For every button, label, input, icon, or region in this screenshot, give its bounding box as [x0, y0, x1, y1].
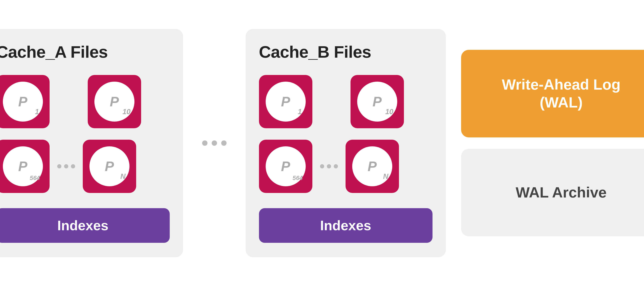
- cache-a-page-10-sub: 10: [122, 108, 130, 116]
- wal-card: Write-Ahead Log(WAL): [461, 50, 644, 138]
- cache-a-page-n-circle: P N: [90, 146, 130, 186]
- cache-b-page-564-sub: 564: [292, 174, 303, 181]
- between-dot-1: [202, 141, 208, 146]
- cache-a-page-1: P 1: [0, 75, 50, 128]
- cache-a-middle-dots: [57, 164, 75, 168]
- between-cards-dots: [202, 141, 226, 146]
- cache-a-title: Cache_A Files: [0, 42, 108, 62]
- cache-a-page-564-label: P: [18, 158, 27, 174]
- cache-b-page-n: P N: [346, 140, 399, 193]
- main-container: Cache_A Files P 1 P 10: [0, 17, 644, 269]
- wal-archive-card: WAL Archive: [461, 149, 644, 236]
- cache-a-page-564: P 564: [0, 140, 50, 193]
- cache-b-page-10-circle: P 10: [357, 82, 397, 122]
- cache-b-middle-dots: [320, 164, 338, 168]
- right-column: Write-Ahead Log(WAL) WAL Archive: [461, 50, 644, 236]
- wal-title: Write-Ahead Log(WAL): [502, 76, 620, 111]
- cache-b-page-n-label: P: [368, 158, 377, 174]
- cache-a-card: Cache_A Files P 1 P 10: [0, 29, 183, 257]
- cache-a-page-564-sub: 564: [30, 174, 40, 181]
- cache-a-pages-grid: P 1 P 10: [0, 75, 170, 128]
- cache-b-card: Cache_B Files P 1 P 10 P 564: [246, 29, 446, 257]
- cache-b-page-1: P 1: [259, 75, 312, 128]
- dot-3: [71, 164, 75, 168]
- cache-b-page-n-sub: N: [383, 172, 388, 181]
- cache-a-page-564-circle: P 564: [3, 146, 43, 186]
- cache-b-dot-1: [320, 164, 324, 168]
- cache-a-bottom-row: P 564 P N: [0, 140, 170, 193]
- cache-b-page-1-circle: P 1: [266, 82, 306, 122]
- cache-b-page-564-circle: P 564: [266, 146, 306, 186]
- cache-b-dot-2: [327, 164, 331, 168]
- cache-a-page-n-label: P: [105, 158, 114, 174]
- dot-2: [64, 164, 68, 168]
- cache-a-page-10-label: P: [110, 94, 119, 109]
- cache-b-page-10-label: P: [372, 94, 382, 109]
- cache-a-page-n-sub: N: [120, 172, 126, 181]
- cache-b-pages-grid: P 1 P 10: [259, 75, 432, 128]
- cache-a-page-1-sub: 1: [35, 108, 39, 116]
- cache-b-page-10: P 10: [350, 75, 404, 128]
- cache-b-title: Cache_B Files: [259, 42, 371, 62]
- cache-b-indexes-button[interactable]: Indexes: [259, 208, 432, 243]
- cache-a-page-n: P N: [83, 140, 136, 193]
- dot-1: [57, 164, 62, 168]
- cache-b-page-n-circle: P N: [352, 146, 392, 186]
- cache-b-bottom-row: P 564 P N: [259, 140, 432, 193]
- wal-archive-title: WAL Archive: [516, 184, 606, 201]
- cache-b-page-1-label: P: [281, 94, 290, 109]
- cache-b-dot-3: [334, 164, 338, 168]
- cache-b-page-564: P 564: [259, 140, 312, 193]
- between-dot-2: [212, 141, 217, 146]
- cache-a-indexes-button[interactable]: Indexes: [0, 208, 170, 243]
- cache-b-page-10-sub: 10: [385, 108, 393, 116]
- cache-b-page-564-label: P: [281, 158, 290, 174]
- cache-a-page-10: P 10: [88, 75, 141, 128]
- cache-a-page-1-label: P: [18, 94, 27, 109]
- between-dot-3: [221, 141, 226, 146]
- cache-a-page-1-circle: P 1: [3, 82, 43, 122]
- cache-b-page-1-sub: 1: [298, 108, 302, 116]
- cache-a-page-10-circle: P 10: [94, 82, 134, 122]
